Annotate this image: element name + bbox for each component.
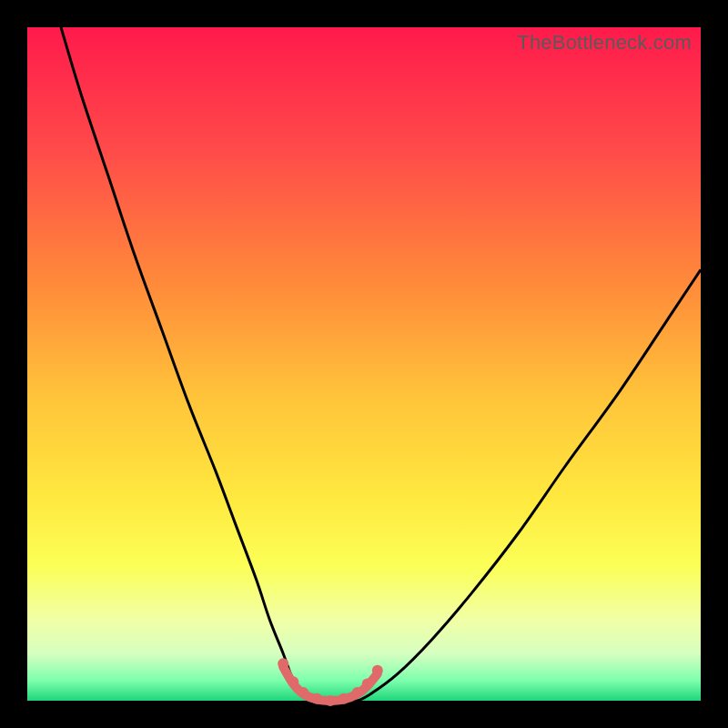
bottleneck-curve — [61, 27, 701, 702]
valley-dot — [288, 676, 298, 687]
valley-dots — [278, 658, 383, 706]
valley-dot — [362, 679, 373, 690]
valley-dot — [372, 665, 383, 676]
curve-svg — [27, 27, 701, 701]
valley-dot — [325, 695, 336, 706]
chart-stage: TheBottleneck.com — [0, 0, 728, 728]
valley-dot — [298, 687, 308, 698]
valley-dot — [352, 687, 363, 698]
plot-area: TheBottleneck.com — [27, 27, 701, 701]
valley-dot — [278, 658, 288, 669]
valley-dot — [339, 693, 349, 704]
valley-dot — [311, 693, 322, 704]
